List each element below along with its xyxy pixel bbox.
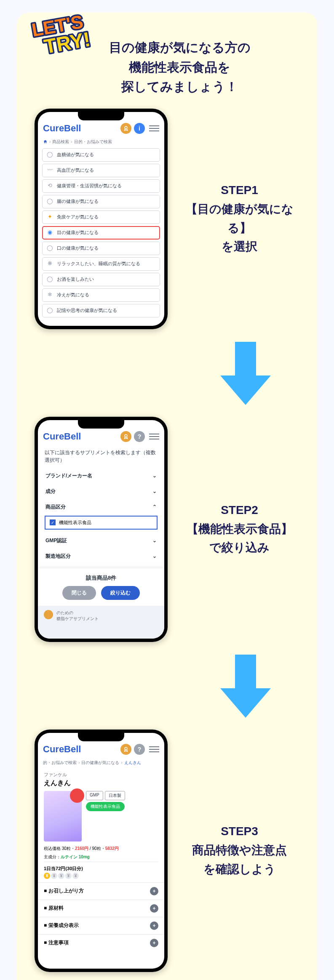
bc-item[interactable]: 的・お悩みで検索 [43, 760, 77, 766]
cost-indicator: ¥ ¥ ¥ ¥ ¥ [38, 873, 164, 882]
menu-icon[interactable] [149, 746, 159, 752]
category-item[interactable]: ◯口の健康が気になる [42, 242, 160, 255]
product-tags: GMP 日本製 機能性表示食品 [86, 791, 158, 811]
acc-label: お召し上がり方 [48, 888, 84, 894]
acc-ingredients[interactable]: ■ 原材料 + [38, 900, 164, 917]
category-label: 健康管理・生活習慣が気になる [57, 183, 122, 189]
app-logo[interactable]: CureBell [43, 744, 118, 755]
category-item[interactable]: ❋リラックスしたい、睡眠の質が気になる [42, 257, 160, 271]
category-item[interactable]: ◯腸の健康が気になる [42, 195, 160, 208]
price-prefix: 税込価格 30粒・ [44, 846, 75, 851]
menu-icon[interactable] [149, 125, 159, 131]
filter-button[interactable]: 絞り込む [101, 586, 140, 600]
step2-line2: で絞り込み [209, 541, 270, 554]
menu-icon[interactable] [149, 434, 159, 439]
category-label: 冷えが気になる [57, 292, 89, 298]
phone-step1: CureBell i › 商品検索 › 目的・お悩みで検索 [35, 109, 168, 329]
chevron-right-icon: › [121, 760, 122, 765]
bc-item-current: えんきん [124, 760, 141, 766]
yen-dim-icon: ¥ [58, 873, 64, 879]
step3-line2: を確認しよう [203, 863, 276, 876]
filter-option-functional[interactable]: ✓ 機能性表示食品 [45, 516, 158, 530]
daily-cost: 1日当72円(30日分) [38, 862, 164, 873]
filter-brand[interactable]: ブランド/メーカー名 ⌄ [45, 468, 158, 484]
acc-caution[interactable]: ■ 注意事項 + [38, 934, 164, 951]
filter-region[interactable]: 製造地区分 ⌄ [45, 549, 158, 564]
phone-step2: CureBell ? 以下に該当するサプリメントを検索します（複数選択可） ブラ… [35, 417, 168, 642]
bg-text-2: 糖脂ケアサプリメント [56, 616, 99, 621]
tag-gmp: GMP [86, 791, 103, 800]
ing-val: ルテイン 10mg [61, 855, 90, 859]
category-item[interactable]: ⟲健康管理・生活習慣が気になる [42, 179, 160, 193]
filter-category[interactable]: 商品区分 ⌃ [45, 499, 158, 515]
category-item[interactable]: ✦免疫ケアが気になる [42, 210, 160, 224]
lets-try-icon: LET'S TRY! [25, 8, 110, 67]
lets-try-badge: LET'S TRY! [25, 8, 110, 67]
product-price: 税込価格 30粒・2160円 / 90粒・5832円 [38, 845, 164, 852]
category-label: 腸の健康が気になる [57, 198, 99, 204]
category-icon: ❄ [46, 291, 53, 299]
award-icon[interactable] [120, 123, 131, 134]
arrow-down [29, 655, 271, 718]
filter-label: 成分 [45, 488, 56, 495]
ing-label: 主成分： [44, 855, 61, 859]
category-item[interactable]: ◯血糖値が気になる [42, 148, 160, 162]
filter-ingredient[interactable]: 成分 ⌄ [45, 484, 158, 499]
category-icon: 〰 [46, 167, 53, 174]
close-button[interactable]: 閉じる [62, 586, 96, 600]
app-logo[interactable]: CureBell [43, 123, 118, 134]
result-count: 該当商品8件 [38, 574, 164, 582]
filter-label: 製造地区分 [45, 553, 71, 560]
step3-title: STEP3 [221, 825, 258, 838]
info-icon[interactable]: i [134, 123, 145, 134]
award-icon[interactable] [120, 431, 131, 442]
category-icon: ⟲ [46, 182, 53, 190]
category-label: 血糖値が気になる [57, 152, 94, 157]
step1-text: STEP1 【目の健康が気になる】 を選択 [174, 181, 305, 256]
category-item[interactable]: ◯記憶や思考の健康が気になる [42, 304, 160, 317]
headline-line3: 探してみましょう！ [121, 80, 238, 93]
headline-line1: 目の健康が気になる方の [109, 40, 251, 54]
bc-item[interactable]: 商品検索 [52, 139, 69, 145]
phone-notch [78, 420, 124, 429]
step3-row: CureBell ? 的・お悩みで検索 › 目の健康が気になる › えんきん フ… [29, 730, 305, 972]
breadcrumb: 的・お悩みで検索 › 目の健康が気になる › えんきん [38, 758, 164, 769]
chevron-right-icon: › [78, 760, 80, 765]
filter-gmp[interactable]: GMP認証 ⌄ [45, 533, 158, 549]
award-icon[interactable] [120, 744, 131, 755]
step2-title: STEP2 [221, 503, 258, 517]
home-icon[interactable] [43, 139, 48, 144]
yen-dim-icon: ¥ [72, 873, 79, 879]
product-brand: ファンケル [38, 769, 164, 778]
category-icon: ◯ [46, 151, 53, 159]
bc-item-current: 目的・お悩みで検索 [74, 139, 112, 145]
chevron-down-icon: ⌄ [152, 488, 157, 494]
award-icon [44, 610, 53, 619]
help-icon[interactable]: ? [134, 431, 145, 442]
tag-functional: 機能性表示食品 [86, 802, 125, 811]
acc-usage[interactable]: ■ お召し上がり方 + [38, 882, 164, 900]
svg-point-2 [125, 126, 127, 129]
category-item[interactable]: ❄冷えが気になる [42, 288, 160, 302]
category-icon: ◯ [46, 276, 53, 283]
category-label: 高血圧が気になる [57, 167, 94, 173]
step1-title: STEP1 [221, 184, 258, 197]
plus-icon: + [150, 904, 158, 913]
category-item[interactable]: ◯お酒を楽しみたい [42, 273, 160, 286]
svg-point-4 [125, 747, 127, 750]
bc-item[interactable]: 目の健康が気になる [81, 760, 119, 766]
chevron-up-icon: ⌃ [152, 504, 157, 510]
tag-jp: 日本製 [105, 791, 125, 800]
chevron-down-icon: ⌄ [152, 538, 157, 543]
acc-nutrition[interactable]: ■ 栄養成分表示 + [38, 917, 164, 934]
app-logo[interactable]: CureBell [43, 431, 118, 442]
help-icon[interactable]: ? [134, 744, 145, 755]
product-ingredient: 主成分：ルテイン 10mg [38, 852, 164, 862]
category-eye-health[interactable]: ◉目の健康が気になる [42, 226, 160, 240]
arrow-down-icon [220, 342, 271, 405]
filter-list: ブランド/メーカー名 ⌄ 成分 ⌄ 商品区分 ⌃ ✓ 機能性表示食品 [38, 468, 164, 564]
price-2: 5832円 [105, 846, 119, 851]
category-item[interactable]: 〰高血圧が気になる [42, 164, 160, 177]
step2-text: STEP2 【機能性表示食品】 で絞り込み [174, 501, 305, 557]
chevron-right-icon: › [49, 139, 51, 144]
